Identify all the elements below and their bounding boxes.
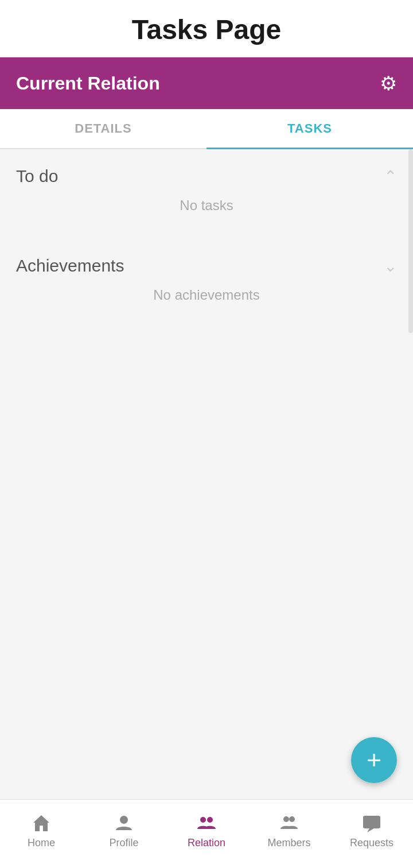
todo-section-header: To do ⌃ xyxy=(16,161,397,192)
settings-icon[interactable]: ⚙ xyxy=(380,72,397,95)
nav-label-relation: Relation xyxy=(188,837,225,849)
todo-section: To do ⌃ No tasks xyxy=(0,149,413,239)
nav-label-profile: Profile xyxy=(109,837,138,849)
achievements-title: Achievements xyxy=(16,256,124,276)
todo-collapse-icon[interactable]: ⌃ xyxy=(384,167,397,186)
svg-rect-5 xyxy=(363,816,380,828)
tab-tasks[interactable]: TASKS xyxy=(206,109,413,148)
home-icon xyxy=(31,813,52,834)
requests-icon xyxy=(361,813,382,834)
svg-point-0 xyxy=(120,816,128,824)
nav-label-requests: Requests xyxy=(350,837,393,849)
bottom-nav: Home Profile Relation Members xyxy=(0,799,413,868)
achievements-section: Achievements ⌄ No achievements xyxy=(0,239,413,328)
svg-point-2 xyxy=(207,817,213,823)
nav-item-requests[interactable]: Requests xyxy=(330,800,413,862)
achievements-section-header: Achievements ⌄ xyxy=(16,250,397,281)
tabs-bar: DETAILS TASKS xyxy=(0,109,413,149)
svg-point-3 xyxy=(283,816,289,822)
todo-empty-message: No tasks xyxy=(16,192,397,227)
nav-label-home: Home xyxy=(28,837,55,849)
nav-item-members[interactable]: Members xyxy=(248,800,330,862)
content-area: To do ⌃ No tasks Achievements ⌄ No achie… xyxy=(0,149,413,799)
add-task-fab-button[interactable]: + xyxy=(351,737,397,783)
achievements-empty-message: No achievements xyxy=(16,281,397,317)
members-icon xyxy=(279,813,299,834)
todo-title: To do xyxy=(16,166,58,186)
page-title: Tasks Page xyxy=(11,14,402,45)
nav-item-home[interactable]: Home xyxy=(0,800,83,862)
svg-point-4 xyxy=(289,816,295,822)
tab-details[interactable]: DETAILS xyxy=(0,109,206,148)
nav-item-profile[interactable]: Profile xyxy=(83,800,165,862)
scrollbar[interactable] xyxy=(408,149,413,333)
achievements-collapse-icon[interactable]: ⌄ xyxy=(384,257,397,276)
fab-plus-icon: + xyxy=(367,747,381,773)
header-bar: Current Relation ⚙ xyxy=(0,57,413,109)
svg-point-1 xyxy=(200,817,206,823)
svg-marker-6 xyxy=(367,828,374,832)
nav-item-relation[interactable]: Relation xyxy=(165,800,248,862)
page-title-bar: Tasks Page xyxy=(0,0,413,57)
relation-icon xyxy=(196,813,217,834)
header-title: Current Relation xyxy=(16,73,160,94)
profile-icon xyxy=(114,813,134,834)
nav-label-members: Members xyxy=(267,837,310,849)
